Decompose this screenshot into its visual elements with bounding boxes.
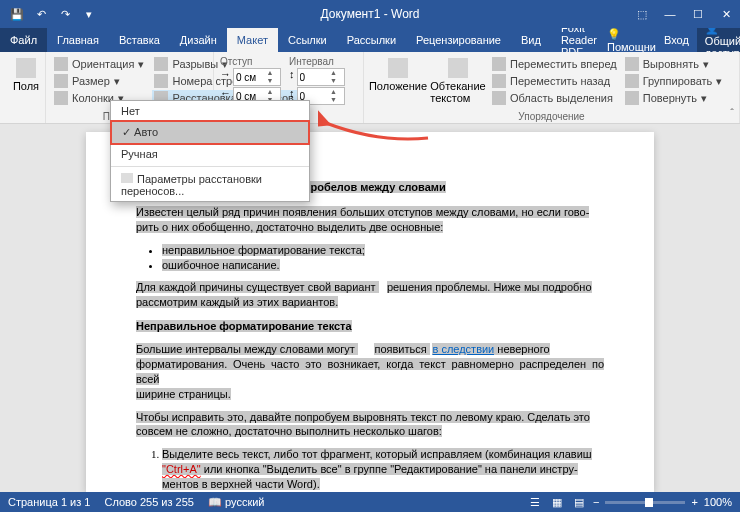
paragraph: Большие интервалы между словами могут по… bbox=[136, 342, 604, 401]
status-page[interactable]: Страница 1 из 1 bbox=[8, 496, 90, 508]
login-link[interactable]: Вход bbox=[664, 34, 689, 46]
paragraph: Чтобы исправить это, давайте попробуем в… bbox=[136, 410, 604, 440]
rotate-button[interactable]: Повернуть ▾ bbox=[623, 90, 725, 106]
hyphen-none[interactable]: Нет bbox=[111, 101, 309, 121]
list-item: ошибочное написание. bbox=[162, 258, 604, 273]
bring-forward-button[interactable]: Переместить вперед bbox=[490, 56, 619, 72]
tab-review[interactable]: Рецензирование bbox=[406, 28, 511, 52]
help-link[interactable]: 💡 Помощни bbox=[607, 28, 656, 53]
indent-left-icon: → bbox=[220, 68, 231, 86]
tab-home[interactable]: Главная bbox=[47, 28, 109, 52]
window-title: Документ1 - Word bbox=[320, 7, 419, 21]
hyphenation-menu: Нет ✓ Авто Ручная Параметры расстановки … bbox=[110, 100, 310, 202]
tab-insert[interactable]: Вставка bbox=[109, 28, 170, 52]
align-button[interactable]: Выровнять ▾ bbox=[623, 56, 725, 72]
tab-view[interactable]: Вид bbox=[511, 28, 551, 52]
wrap-text-button[interactable]: Обтекание текстом bbox=[430, 56, 486, 106]
size-button[interactable]: Размер ▾ bbox=[52, 73, 146, 89]
zoom-level[interactable]: 100% bbox=[704, 496, 732, 508]
tab-layout[interactable]: Макет bbox=[227, 28, 278, 52]
undo-icon[interactable]: ↶ bbox=[30, 3, 52, 25]
paragraph: Для каждой причины существует свой вариа… bbox=[136, 280, 604, 310]
space-before-input[interactable]: ▲▼ bbox=[297, 68, 345, 86]
tab-mailings[interactable]: Рассылки bbox=[337, 28, 406, 52]
view-web-icon[interactable]: ▤ bbox=[571, 494, 587, 510]
group-button[interactable]: Группировать ▾ bbox=[623, 73, 725, 89]
group-arrange: Упорядочение bbox=[364, 111, 739, 122]
maximize-icon[interactable]: ☐ bbox=[684, 0, 712, 28]
tab-foxit[interactable]: Foxit Reader PDF bbox=[551, 28, 607, 52]
redo-icon[interactable]: ↷ bbox=[54, 3, 76, 25]
save-icon[interactable]: 💾 bbox=[6, 3, 28, 25]
status-lang[interactable]: 📖 русский bbox=[208, 496, 265, 509]
hyphen-options[interactable]: Параметры расстановки переносов... bbox=[111, 169, 309, 201]
zoom-out-icon[interactable]: − bbox=[593, 496, 599, 508]
margins-button[interactable]: Поля bbox=[6, 56, 46, 94]
space-before-icon: ↕ bbox=[289, 68, 295, 86]
position-button[interactable]: Положение bbox=[370, 56, 426, 106]
view-print-icon[interactable]: ▦ bbox=[549, 494, 565, 510]
indent-left-input[interactable]: ▲▼ bbox=[233, 68, 281, 86]
hyphen-auto[interactable]: ✓ Авто bbox=[110, 120, 310, 145]
tab-design[interactable]: Дизайн bbox=[170, 28, 227, 52]
tab-file[interactable]: Файл bbox=[0, 28, 47, 52]
selection-pane-button[interactable]: Область выделения bbox=[490, 90, 619, 106]
zoom-slider[interactable] bbox=[605, 501, 685, 504]
tab-references[interactable]: Ссылки bbox=[278, 28, 337, 52]
paragraph: Известен целый ряд причин появления боль… bbox=[136, 205, 604, 235]
heading-2: Неправильное форматирование текста bbox=[136, 318, 604, 334]
collapse-ribbon-icon[interactable]: ˆ bbox=[730, 107, 734, 119]
zoom-in-icon[interactable]: + bbox=[691, 496, 697, 508]
qat-more-icon[interactable]: ▾ bbox=[78, 3, 100, 25]
hyphen-manual[interactable]: Ручная bbox=[111, 144, 309, 164]
close-icon[interactable]: ✕ bbox=[712, 0, 740, 28]
minimize-icon[interactable]: — bbox=[656, 0, 684, 28]
ribbon-options-icon[interactable]: ⬚ bbox=[628, 0, 656, 28]
view-read-icon[interactable]: ☰ bbox=[527, 494, 543, 510]
send-backward-button[interactable]: Переместить назад bbox=[490, 73, 619, 89]
status-words[interactable]: Слово 255 из 255 bbox=[104, 496, 194, 508]
list-item: неправильное форматирование текста; bbox=[162, 243, 604, 258]
list-item: Выделите весь текст, либо тот фрагмент, … bbox=[162, 447, 604, 492]
orientation-button[interactable]: Ориентация ▾ bbox=[52, 56, 146, 72]
